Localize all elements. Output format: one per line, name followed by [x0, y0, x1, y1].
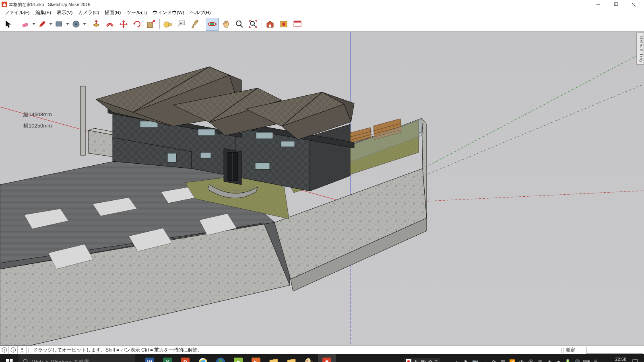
tray-bat-icon[interactable]: 🔋: [564, 358, 572, 362]
default-tray-tab[interactable]: Default Tray: [636, 33, 644, 65]
ie-app[interactable]: [194, 354, 212, 362]
svg-rect-7: [56, 22, 62, 26]
tape-tool[interactable]: [161, 18, 174, 31]
tray-usb-icon[interactable]: ⏏: [555, 358, 562, 362]
svg-rect-26: [294, 21, 301, 23]
zoom-extents-tool[interactable]: [247, 18, 260, 31]
tray-cloud-icon[interactable]: ☁: [481, 358, 488, 362]
tray-act-icon[interactable]: ☰: [592, 358, 599, 362]
svg-rect-74: [80, 86, 85, 155]
earth-app[interactable]: [212, 354, 229, 362]
tray-snd-icon[interactable]: 🔊: [574, 358, 581, 362]
svg-rect-89: [256, 132, 273, 139]
zoom-tool[interactable]: [233, 18, 246, 31]
extension-button[interactable]: [277, 18, 290, 31]
start-button[interactable]: [0, 354, 19, 362]
tray-kb-icon[interactable]: ⌨: [583, 358, 590, 362]
dim-horizontal-label: 横10250mm: [23, 122, 52, 130]
tray-bt-icon[interactable]: ⓑ: [527, 358, 535, 362]
pan-tool[interactable]: [219, 18, 232, 31]
shape-tool[interactable]: [53, 18, 66, 31]
svg-line-15: [178, 25, 179, 27]
maximize-button[interactable]: [607, 0, 625, 9]
tray-sync-icon[interactable]: ⟳: [490, 358, 497, 362]
paint-tool[interactable]: [189, 18, 202, 31]
taskbar-search[interactable]: Web と Windows を検索: [19, 354, 135, 362]
windows-taskbar: Web と Windows を検索 WXP■▶ あ 般 ✿ ? ▲⚑📷☁⟳▥📶👁…: [0, 354, 644, 362]
excel-app[interactable]: X: [159, 354, 176, 362]
menu-表示[interactable]: 表示(V): [54, 9, 75, 16]
svg-point-108: [21, 348, 23, 350]
eraser-tool[interactable]: [19, 18, 32, 31]
close-button[interactable]: [625, 0, 642, 9]
tray-nv-icon[interactable]: ◉: [546, 358, 553, 362]
eraser-tool-dropdown[interactable]: [32, 18, 35, 31]
svg-text:P: P: [184, 359, 187, 362]
svg-line-21: [254, 25, 256, 27]
select-tool[interactable]: [2, 18, 15, 31]
tray-up-icon[interactable]: ▲: [453, 358, 460, 362]
scale-tool[interactable]: [144, 18, 157, 31]
menu-ファイル[interactable]: ファイル(F): [2, 9, 33, 16]
tray-eye-icon[interactable]: 👁: [518, 358, 525, 362]
show-desktop-button[interactable]: [641, 354, 643, 362]
word-app[interactable]: W: [141, 354, 159, 362]
explorer-app[interactable]: [283, 354, 300, 362]
notifications-button[interactable]: [631, 359, 639, 362]
shape-tool-dropdown[interactable]: [66, 18, 69, 31]
svg-rect-110: [10, 359, 13, 362]
layout-button[interactable]: [291, 18, 304, 31]
text-tool[interactable]: A1: [175, 18, 188, 31]
status-user-icon[interactable]: [18, 346, 27, 354]
menu-ヘルプ[interactable]: ヘルプ(H): [187, 9, 214, 16]
measurement-input[interactable]: [586, 347, 643, 354]
rotate-tool[interactable]: [131, 18, 144, 31]
menu-ウィンドウ[interactable]: ウィンドウ(W): [150, 9, 187, 16]
offset-tool[interactable]: [103, 18, 116, 31]
paint-app[interactable]: [300, 354, 318, 362]
tray-cam-icon[interactable]: 📷: [472, 358, 479, 362]
minimize-button[interactable]: [589, 0, 607, 9]
notes-app[interactable]: ■: [229, 354, 247, 362]
circle-tool[interactable]: [70, 18, 83, 31]
tray-flag-icon[interactable]: ⚑: [462, 358, 470, 362]
circle-tool-dropdown[interactable]: [83, 18, 86, 31]
ime-sys[interactable]: 般: [421, 359, 426, 362]
clock-time: 22:58: [604, 357, 626, 362]
warehouse-button[interactable]: [264, 18, 277, 31]
orbit-tool[interactable]: [206, 18, 219, 31]
ime-mode[interactable]: あ: [414, 359, 419, 362]
svg-text:W: W: [147, 359, 153, 362]
ppt-app[interactable]: P: [176, 354, 194, 362]
video-app[interactable]: ▶: [247, 354, 265, 362]
files-app[interactable]: [265, 354, 283, 362]
app-logo-icon: [2, 2, 7, 7]
tray-chip-icon[interactable]: ▥: [500, 358, 507, 362]
pushpull-tool[interactable]: [90, 18, 103, 31]
svg-line-19: [240, 25, 243, 27]
svg-text:▶: ▶: [254, 359, 258, 362]
move-tool[interactable]: [117, 18, 130, 31]
title-bar: 本格的な家01.skp - SketchUp Make 2016: [0, 0, 644, 9]
viewport-3d[interactable]: 縦14608mm 横10250mm Default Tray: [0, 32, 644, 346]
dim-vertical-label: 縦14608mm: [23, 111, 52, 118]
main-toolbar: A1: [0, 16, 644, 32]
menu-ツール[interactable]: ツール(T): [124, 9, 150, 16]
menu-編集[interactable]: 編集(E): [33, 9, 54, 16]
sketchup-app[interactable]: [318, 354, 336, 362]
ime-help-icon[interactable]: ?: [435, 359, 438, 362]
line-tool-dropdown[interactable]: [49, 18, 52, 31]
tray-net-icon[interactable]: 📶: [509, 358, 516, 362]
line-tool[interactable]: [36, 18, 49, 31]
tray-mail-icon[interactable]: ✉: [537, 358, 544, 362]
taskbar-clock[interactable]: 22:58 2016/03/14: [601, 357, 630, 362]
menu-描画[interactable]: 描画(R): [102, 9, 124, 16]
ime-settings-icon[interactable]: ✿: [428, 359, 432, 362]
ime-icon[interactable]: [406, 359, 411, 362]
status-help-icon[interactable]: ?: [0, 346, 9, 354]
svg-rect-6: [22, 23, 29, 27]
status-info-icon[interactable]: i: [9, 346, 18, 354]
menu-カメラ[interactable]: カメラ(C): [75, 9, 102, 16]
window-title: 本格的な家01.skp - SketchUp Make 2016: [9, 2, 90, 8]
menu-bar: ファイル(F)編集(E)表示(V)カメラ(C)描画(R)ツール(T)ウィンドウ(…: [0, 9, 644, 16]
